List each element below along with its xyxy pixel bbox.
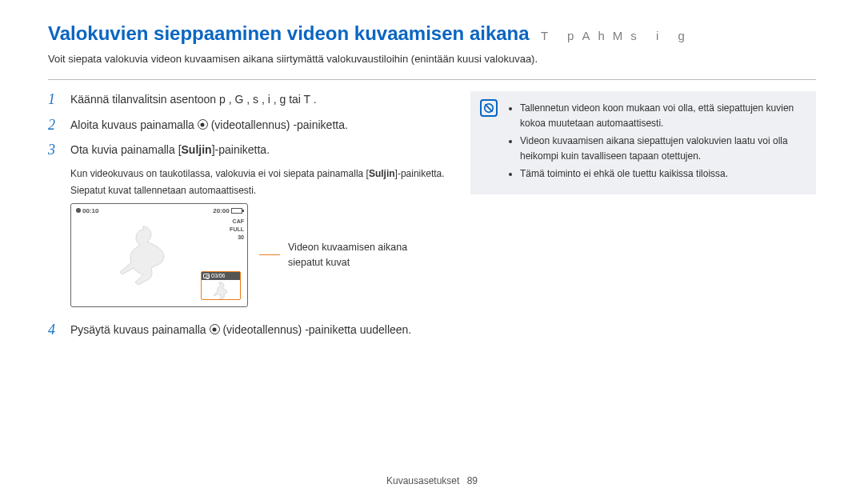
- lcd-right-icons: CAF FULL 30: [230, 218, 244, 240]
- lcd-top-right: 20:00: [213, 207, 242, 214]
- step-body: Pysäytä kuvaus painamalla (videotallennu…: [70, 322, 411, 338]
- note-item: Videon kuvaamisen aikana siepattujen val…: [520, 134, 803, 163]
- battery-icon: [231, 208, 242, 214]
- remain-time: 20:00: [213, 207, 229, 214]
- step3-pre: Ota kuvia painamalla [: [70, 143, 182, 156]
- note-list: Tallennetun videon koon mukaan voi olla,…: [509, 101, 803, 182]
- step2-pre: Aloita kuvaus painamalla: [70, 118, 198, 131]
- step-number: 3: [48, 142, 70, 159]
- camera-lcd-mock: 00:10 20:00 CAF FULL 30 03/06: [70, 203, 248, 307]
- step-body: Ota kuvia painamalla [Suljin]-painiketta…: [70, 142, 270, 158]
- step-number: 1: [48, 91, 70, 109]
- step1-pre: Käännä tilanvalitsin asentoon: [70, 93, 219, 106]
- step1-modes: p , G , s , i , g tai T: [219, 93, 310, 106]
- screenshot-illustration: 00:10 20:00 CAF FULL 30 03/06: [70, 203, 448, 307]
- page-footer: Kuvausasetukset 89: [0, 475, 864, 486]
- note-box: Tallennetun videon koon mukaan voi olla,…: [470, 91, 816, 194]
- note-item: Tämä toiminto ei ehkä ole tuettu kaikiss…: [520, 166, 803, 182]
- fullhd-icon: FULL: [230, 226, 244, 232]
- step3-note-1: Kun videokuvaus on taukotilassa, valokuv…: [70, 167, 448, 181]
- step-number: 4: [48, 322, 70, 339]
- step1-post: .: [310, 93, 317, 106]
- skater-silhouette: [95, 220, 191, 300]
- step4-pre: Pysäytä kuvaus painamalla: [70, 323, 210, 336]
- page-title: Valokuvien sieppaaminen videon kuvaamise…: [48, 22, 530, 44]
- intro-text: Voit siepata valokuvia videon kuvaamisen…: [48, 53, 816, 65]
- divider: [48, 79, 816, 80]
- step4-post: (videotallennus) -painiketta uudelleen.: [220, 323, 412, 336]
- footer-page-number: 89: [467, 475, 478, 486]
- fps-icon: 30: [238, 234, 244, 240]
- svg-line-0: [486, 105, 492, 111]
- step2-post: (videotallennus) -painiketta.: [208, 118, 348, 131]
- callout: Videon kuvaamisen aikana siepatut kuvat: [259, 240, 424, 269]
- step-1: 1 Käännä tilanvalitsin asentoon p , G , …: [48, 91, 448, 109]
- manual-page: Valokuvien sieppaaminen videon kuvaamise…: [0, 0, 864, 504]
- step-body: Käännä tilanvalitsin asentoon p , G , s …: [70, 91, 317, 107]
- content-columns: 1 Käännä tilanvalitsin asentoon p , G , …: [48, 91, 816, 346]
- step3-note-2: Siepatut kuvat tallennetaan automaattise…: [70, 184, 448, 198]
- thumbnail-header: 03/06: [202, 272, 240, 280]
- note1b: Suljin: [369, 168, 395, 179]
- note-icon: [480, 99, 498, 117]
- lcd-top-bar: 00:10 20:00: [76, 207, 242, 214]
- step-2: 2 Aloita kuvaus painamalla (videotallenn…: [48, 117, 448, 134]
- title-suffix-modes: T pAhMs i g: [541, 29, 693, 42]
- right-column: Tallennetun videon koon mukaan voi olla,…: [470, 91, 816, 346]
- step-number: 2: [48, 117, 70, 134]
- callout-line: [259, 254, 280, 256]
- footer-section: Kuvausasetukset: [386, 475, 459, 486]
- rec-dot-icon: [76, 208, 81, 213]
- rec-indicator: 00:10: [76, 207, 98, 214]
- thumbnail-count: 03/06: [211, 273, 226, 278]
- step3-post: ]-painiketta.: [212, 143, 270, 156]
- title-row: Valokuvien sieppaaminen videon kuvaamise…: [48, 22, 816, 45]
- left-column: 1 Käännä tilanvalitsin asentoon p , G , …: [48, 91, 448, 346]
- callout-label: Videon kuvaamisen aikana siepatut kuvat: [288, 240, 424, 269]
- step-4: 4 Pysäytä kuvaus painamalla (videotallen…: [48, 322, 448, 339]
- step-3: 3 Ota kuvia painamalla [Suljin]-painiket…: [48, 142, 448, 159]
- note1a: Kun videokuvaus on taukotilassa, valokuv…: [70, 168, 369, 179]
- record-button-icon: [198, 119, 208, 130]
- note-item: Tallennetun videon koon mukaan voi olla,…: [520, 101, 803, 130]
- shutter-button-name: Suljin: [182, 143, 212, 156]
- note1c: ]-painiketta.: [395, 168, 445, 179]
- captured-thumbnail: 03/06: [201, 271, 241, 300]
- step-body: Aloita kuvaus painamalla (videotallennus…: [70, 117, 348, 133]
- camera-icon: [203, 274, 210, 278]
- record-button-icon: [210, 324, 220, 334]
- caf-icon: CAF: [233, 218, 244, 224]
- rec-time: 00:10: [82, 207, 98, 214]
- thumbnail-silhouette: [210, 282, 234, 299]
